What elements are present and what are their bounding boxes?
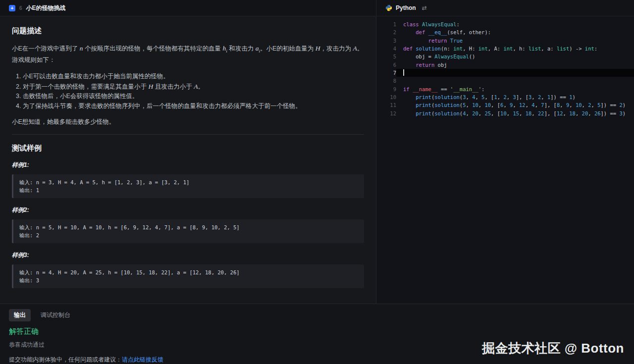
problem-title: 小E的怪物挑战 (26, 4, 66, 12)
sample-output: 输出: 3 (19, 276, 358, 284)
code-line[interactable]: 9if __name__ == '__main__': (376, 85, 634, 93)
line-number[interactable]: 6 (376, 61, 396, 69)
code-line[interactable]: 2 def __eq__(self, other): (376, 28, 634, 36)
sample-block: 输入: n = 4, H = 20, A = 25, h = [10, 15, … (12, 264, 364, 288)
code-line[interactable]: 11 print(solution(5, 10, 10, [6, 9, 12, … (376, 101, 634, 109)
divider (12, 134, 364, 135)
line-number[interactable]: 4 (376, 45, 396, 52)
python-icon (385, 4, 392, 11)
app-root: + 6 小E的怪物挑战 Python ⇄ 问题描述 小E在一个游戏中遇到了 n … (0, 0, 634, 364)
code-text[interactable]: obj = AlwaysEqual() (396, 52, 634, 60)
line-number[interactable]: 10 (376, 93, 396, 101)
editor-header: Python ⇄ (376, 0, 634, 16)
code-line[interactable]: 3 return True (376, 37, 634, 45)
sample-block: 输入: n = 3, H = 4, A = 5, h = [1, 2, 3], … (12, 174, 364, 198)
code-line[interactable]: 6 return obj (376, 61, 634, 69)
sample-label: 样例1: (12, 161, 364, 169)
line-number[interactable]: 2 (376, 28, 396, 36)
result-status: 解答正确 (9, 327, 625, 336)
rule-item: 击败怪物后，小E会获得该怪物的属性值。 (23, 92, 364, 102)
problem-intro: 小E在一个游戏中遇到了 n 个按顺序出现的怪物，每个怪物都有其特定的血量 hi … (12, 43, 364, 65)
sample-output: 输出: 1 (19, 186, 358, 194)
code-text[interactable]: print(solution(4, 20, 25, [10, 15, 18, 2… (396, 109, 634, 117)
problem-header: + 6 小E的怪物挑战 (0, 0, 376, 16)
code-text[interactable]: print(solution(5, 10, 10, [6, 9, 12, 4, … (396, 101, 634, 109)
math-var: A (194, 83, 198, 90)
code-text[interactable] (396, 77, 634, 85)
language-label: Python (396, 4, 416, 11)
line-number[interactable]: 11 (376, 101, 396, 109)
section-title-samples: 测试样例 (12, 144, 364, 153)
rule-item: 小E可以击败血量和攻击力都小于她当前属性的怪物。 (23, 72, 364, 82)
main-area: 问题描述 小E在一个游戏中遇到了 n 个按顺序出现的怪物，每个怪物都有其特定的血… (0, 16, 634, 304)
code-text[interactable]: class AlwaysEqual: (396, 20, 634, 28)
sample-block: 输入: n = 5, H = 10, A = 10, h = [6, 9, 12… (12, 219, 364, 243)
rule-item: 为了保持战斗节奏，要求击败的怪物序列中，后一个怪物的血量和攻击力都必须严格大于前… (23, 102, 364, 111)
math-var: H (316, 45, 320, 52)
line-number[interactable]: 3 (376, 37, 396, 45)
sample-label: 样例3: (12, 251, 364, 260)
code-line[interactable]: 4def solution(n: int, H: int, A: int, h:… (376, 45, 634, 52)
sample-input: 输入: n = 4, H = 20, A = 25, h = [10, 15, … (19, 268, 358, 276)
line-number[interactable]: 9 (376, 85, 396, 93)
math-var: A (353, 45, 357, 52)
rule-item: 对于第一个击败的怪物，需要满足其血量小于 H 且攻击力小于 A。 (23, 82, 364, 92)
result-subtext: 恭喜成功通过 (9, 341, 625, 349)
section-title-description: 问题描述 (12, 26, 364, 36)
problem-panel: 问题描述 小E在一个游戏中遇到了 n 个按顺序出现的怪物，每个怪物都有其特定的血… (0, 16, 376, 304)
feedback-text: 提交功能内测体验中，任何问题或者建议： (9, 356, 122, 363)
top-bar: + 6 小E的怪物挑战 Python ⇄ (0, 0, 634, 16)
code-text[interactable]: return True (396, 37, 634, 45)
console-tab-output[interactable]: 输出 (9, 309, 31, 321)
sample-input: 输入: n = 5, H = 10, A = 10, h = [6, 9, 12… (19, 223, 358, 231)
console-tab-debug[interactable]: 调试控制台 (40, 309, 71, 321)
code-text[interactable]: return obj (396, 61, 634, 69)
text-cursor (403, 69, 404, 76)
line-number[interactable]: 7 (376, 69, 396, 77)
feedback-link[interactable]: 请点此链接反馈 (122, 356, 163, 363)
problem-index: 6 (19, 5, 22, 11)
rules-list: 小E可以击败血量和攻击力都小于她当前属性的怪物。对于第一个击败的怪物，需要满足其… (12, 72, 364, 111)
code-text[interactable]: def solution(n: int, H: int, A: int, h: … (396, 45, 634, 52)
sample-label: 样例2: (12, 206, 364, 214)
code-line[interactable]: 7 (376, 69, 634, 77)
sample-input: 输入: n = 3, H = 4, A = 5, h = [1, 2, 3], … (19, 178, 358, 186)
code-editor[interactable]: 1class AlwaysEqual:2 def __eq__(self, ot… (376, 16, 634, 304)
app-logo-icon: + (9, 5, 15, 11)
code-lines: 1class AlwaysEqual:2 def __eq__(self, ot… (376, 20, 634, 117)
code-text[interactable]: def __eq__(self, other): (396, 28, 634, 36)
code-line[interactable]: 5 obj = AlwaysEqual() (376, 52, 634, 60)
code-text[interactable]: if __name__ == '__main__': (396, 85, 634, 93)
console-panel: 输出调试控制台 解答正确 恭喜成功通过 提交功能内测体验中，任何问题或者建议：请… (0, 304, 634, 364)
code-line[interactable]: 8 (376, 77, 634, 85)
sample-output: 输出: 2 (19, 231, 358, 239)
line-number[interactable]: 12 (376, 109, 396, 117)
feedback-line: 提交功能内测体验中，任何问题或者建议：请点此链接反馈 (9, 356, 625, 364)
code-line[interactable]: 12 print(solution(4, 20, 25, [10, 15, 18… (376, 109, 634, 117)
line-number[interactable]: 5 (376, 52, 396, 60)
math-var: H (148, 83, 153, 90)
code-text[interactable] (396, 69, 634, 77)
line-number[interactable]: 1 (376, 20, 396, 28)
code-line[interactable]: 10 print(solution(3, 4, 5, [1, 2, 3], [3… (376, 93, 634, 101)
problem-question: 小E想知道，她最多能击败多少怪物。 (12, 118, 364, 126)
language-swap-icon[interactable]: ⇄ (422, 4, 427, 11)
code-text[interactable]: print(solution(3, 4, 5, [1, 2, 3], [3, 2… (396, 93, 634, 101)
math-var: n (80, 45, 83, 52)
line-number[interactable]: 8 (376, 77, 396, 85)
code-line[interactable]: 1class AlwaysEqual: (376, 20, 634, 28)
samples-container: 样例1:输入: n = 3, H = 4, A = 5, h = [1, 2, … (12, 161, 364, 288)
console-tabs: 输出调试控制台 (9, 309, 625, 321)
